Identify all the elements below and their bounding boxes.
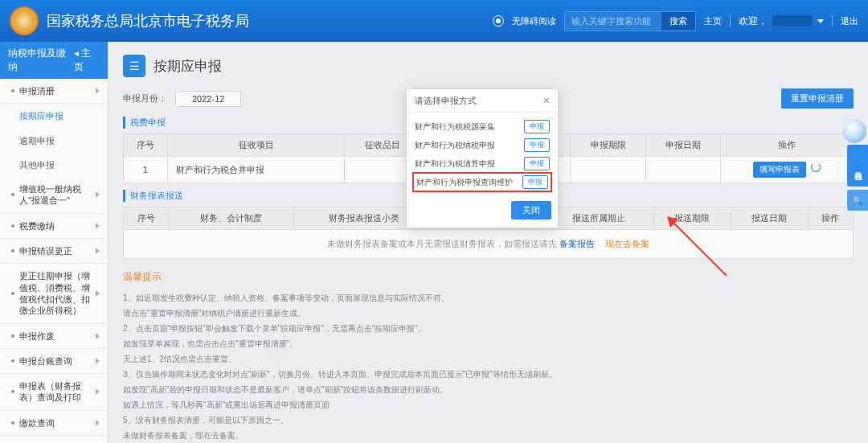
online-guide-button[interactable]: 在线导办 xyxy=(847,145,868,187)
user-name-masked xyxy=(772,15,813,27)
declaration-method-modal: 请选择申报方式 × 财产和行为税税源采集申报财产和行为税纳税申报申报财产和行为税… xyxy=(406,88,559,228)
option-label: 财产和行为税清算申报 xyxy=(415,158,495,170)
app-title: 国家税务总局北京市电子税务局 xyxy=(47,11,249,31)
eye-icon xyxy=(493,15,504,27)
modal-option-row: 财产和行为税清算申报申报 xyxy=(413,154,551,173)
option-declare-button[interactable]: 申报 xyxy=(524,138,550,152)
option-label: 财产和行为税税源采集 xyxy=(415,121,495,133)
welcome-area: 欢迎， xyxy=(739,14,824,28)
welcome-label: 欢迎， xyxy=(739,14,768,28)
option-declare-button[interactable]: 申报 xyxy=(524,120,550,133)
option-label: 财产和行为税申报查询维护 xyxy=(416,177,513,188)
assistant-avatar[interactable] xyxy=(842,119,866,143)
modal-close-button[interactable]: 关闭 xyxy=(511,201,551,219)
accessibility-label[interactable]: 无障碍阅读 xyxy=(512,15,556,27)
option-declare-button[interactable]: 申报 xyxy=(522,175,548,189)
home-link[interactable]: 主页 xyxy=(704,15,722,27)
close-icon[interactable]: × xyxy=(543,94,550,107)
chevron-down-icon[interactable] xyxy=(817,19,824,23)
divider xyxy=(832,15,833,27)
option-label: 财产和行为税纳税申报 xyxy=(415,140,495,151)
divider xyxy=(730,15,731,27)
search-input[interactable] xyxy=(565,12,661,31)
float-help-button[interactable]: 🔍 xyxy=(847,190,868,211)
search-box: 搜索 xyxy=(564,11,696,31)
option-declare-button[interactable]: 申报 xyxy=(524,157,550,170)
float-bar: 在线导办 🔍 xyxy=(847,145,868,214)
app-header: 国家税务总局北京市电子税务局 无障碍阅读 搜索 主页 欢迎， 退出 xyxy=(0,0,868,42)
modal-option-row: 财产和行为税税源采集申报 xyxy=(413,117,551,136)
modal-title: 请选择申报方式 xyxy=(415,95,477,107)
logout-link[interactable]: 退出 xyxy=(841,15,858,27)
modal-option-row: 财产和行为税纳税申报申报 xyxy=(413,136,551,154)
search-button[interactable]: 搜索 xyxy=(661,12,695,31)
modal-option-row: 财产和行为税申报查询维护申报 xyxy=(413,173,551,191)
logo xyxy=(10,6,39,35)
